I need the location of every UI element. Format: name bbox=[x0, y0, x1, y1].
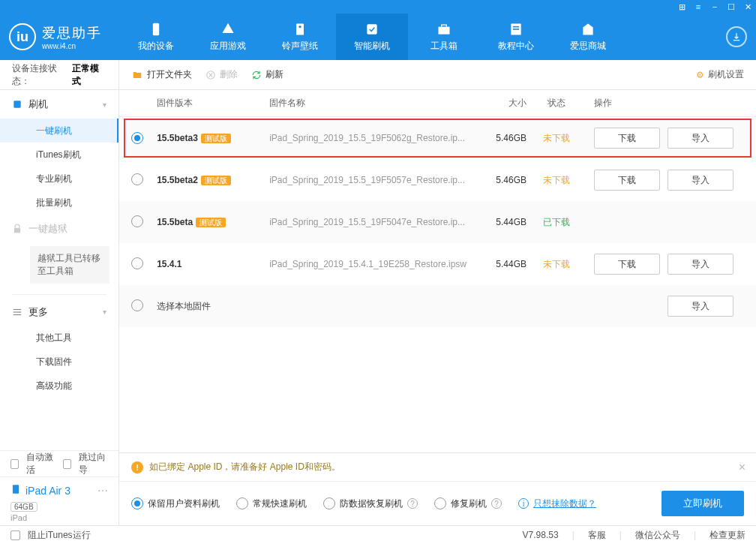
firmware-row[interactable]: 15.5beta2测试版iPad_Spring_2019_15.5_19F505… bbox=[119, 159, 756, 201]
open-folder-button[interactable]: 打开文件夹 bbox=[131, 68, 192, 81]
local-firmware-label: 选择本地固件 bbox=[157, 300, 269, 313]
nav-label: 教程中心 bbox=[498, 40, 534, 53]
sidebar-item[interactable]: 专业刷机 bbox=[0, 167, 118, 191]
close-button[interactable]: ✕ bbox=[742, 2, 753, 12]
skip-guide-checkbox[interactable] bbox=[63, 459, 71, 469]
radio-keep-data[interactable] bbox=[131, 497, 143, 509]
help-icon[interactable]: ? bbox=[407, 498, 418, 509]
import-button[interactable]: 导入 bbox=[668, 170, 734, 191]
top-nav: iu 爱思助手 www.i4.cn 我的设备应用游戏铃声壁纸智能刷机工具箱教程中… bbox=[0, 14, 756, 60]
sidebar-section-more[interactable]: 更多 ▾ bbox=[0, 298, 118, 326]
sidebar-item[interactable]: 一键刷机 bbox=[0, 119, 118, 143]
jailbreak-head-label: 一键越狱 bbox=[28, 222, 68, 236]
import-button[interactable]: 导入 bbox=[668, 296, 734, 317]
app-logo[interactable]: iu 爱思助手 www.i4.cn bbox=[9, 23, 102, 50]
device-icon bbox=[10, 483, 21, 497]
firmware-size: 5.46GB bbox=[474, 133, 526, 143]
check-update-link[interactable]: 检查更新 bbox=[710, 529, 746, 542]
download-button[interactable]: 下载 bbox=[594, 254, 660, 275]
flash-now-button[interactable]: 立即刷机 bbox=[662, 491, 744, 516]
firmware-row[interactable]: 15.5beta测试版iPad_Spring_2019_15.5_19F5047… bbox=[119, 201, 756, 243]
nav-ringtones[interactable]: 铃声壁纸 bbox=[264, 14, 336, 60]
nav-tutorials[interactable]: 教程中心 bbox=[480, 14, 552, 60]
sidebar-item[interactable]: 下载固件 bbox=[0, 350, 118, 374]
menu-toggle-icon[interactable]: ≡ bbox=[693, 2, 704, 11]
firmware-radio[interactable] bbox=[131, 132, 143, 144]
flash-head-label: 刷机 bbox=[28, 98, 48, 111]
firmware-size: 5.44GB bbox=[474, 259, 526, 269]
help-icon[interactable]: ? bbox=[491, 498, 502, 509]
logo-badge-icon: iu bbox=[9, 23, 36, 50]
import-button[interactable]: 导入 bbox=[668, 254, 734, 275]
support-link[interactable]: 客服 bbox=[588, 529, 606, 542]
warning-text: 如已绑定 Apple ID，请准备好 Apple ID和密码。 bbox=[149, 461, 340, 473]
firmware-filename: iPad_Spring_2019_15.5_19F5047e_Restore.i… bbox=[269, 217, 474, 227]
erase-data-link[interactable]: 只想抹除数据？ bbox=[533, 497, 596, 510]
download-manager-icon[interactable] bbox=[726, 26, 747, 47]
firmware-row[interactable]: 15.5beta3测试版iPad_Spring_2019_15.5_19F506… bbox=[119, 117, 756, 159]
menu-icon bbox=[12, 307, 22, 317]
grid-icon[interactable]: ⊞ bbox=[676, 2, 687, 12]
firmware-radio[interactable] bbox=[131, 173, 143, 185]
firmware-radio[interactable] bbox=[131, 257, 143, 269]
firmware-status: 未下载 bbox=[526, 174, 586, 187]
warning-bar: ! 如已绑定 Apple ID，请准备好 Apple ID和密码。 × bbox=[119, 452, 756, 481]
svg-rect-3 bbox=[367, 24, 376, 34]
nav-flash[interactable]: 智能刷机 bbox=[336, 14, 408, 60]
firmware-radio[interactable] bbox=[131, 299, 143, 311]
wechat-link[interactable]: 微信公众号 bbox=[635, 529, 680, 542]
warning-close-icon[interactable]: × bbox=[739, 461, 746, 474]
minimize-button[interactable]: − bbox=[710, 2, 720, 11]
delete-label: 删除 bbox=[220, 68, 238, 81]
firmware-radio[interactable] bbox=[131, 215, 143, 227]
main-pane: 打开文件夹 删除 刷新 ⚙ 刷机设置 固件版本 固件名称 大小 状态 操作 15… bbox=[119, 60, 756, 525]
radio-repair[interactable] bbox=[434, 497, 446, 509]
beta-badge: 测试版 bbox=[196, 218, 226, 227]
firmware-status: 未下载 bbox=[526, 132, 586, 145]
download-button[interactable]: 下载 bbox=[594, 170, 660, 191]
firmware-status: 已下载 bbox=[526, 216, 586, 229]
flash-settings-button[interactable]: ⚙ 刷机设置 bbox=[696, 68, 744, 81]
download-button[interactable]: 下载 bbox=[594, 128, 660, 149]
maximize-button[interactable]: ☐ bbox=[726, 2, 736, 12]
option-repair[interactable]: 修复刷机 ? bbox=[434, 497, 502, 510]
sidebar: 设备连接状态： 正常模式 刷机 ▾ 一键刷机iTunes刷机专业刷机批量刷机 一… bbox=[0, 60, 119, 525]
col-size: 大小 bbox=[474, 97, 526, 110]
chevron-down-icon: ▾ bbox=[103, 308, 106, 316]
app-name: 爱思助手 bbox=[42, 24, 102, 42]
auto-activate-checkbox[interactable] bbox=[10, 459, 19, 469]
app-version: V7.98.53 bbox=[523, 530, 559, 540]
sidebar-item[interactable]: 高级功能 bbox=[0, 374, 118, 398]
sidebar-item[interactable]: iTunes刷机 bbox=[0, 143, 118, 167]
svg-rect-7 bbox=[14, 101, 20, 107]
svg-rect-5 bbox=[513, 26, 519, 27]
block-itunes-checkbox[interactable] bbox=[10, 530, 20, 540]
nav-toolbox[interactable]: 工具箱 bbox=[408, 14, 480, 60]
nav-apps[interactable]: 应用游戏 bbox=[192, 14, 264, 60]
flash-settings-label: 刷机设置 bbox=[708, 68, 744, 81]
nav-store[interactable]: 爱思商城 bbox=[552, 14, 624, 60]
delete-icon bbox=[206, 70, 216, 80]
sidebar-item[interactable]: 批量刷机 bbox=[0, 191, 118, 215]
firmware-filename: iPad_Spring_2019_15.4.1_19E258_Restore.i… bbox=[269, 259, 474, 269]
refresh-button[interactable]: 刷新 bbox=[251, 68, 284, 81]
device-name[interactable]: iPad Air 3 bbox=[26, 485, 70, 497]
nav-device[interactable]: 我的设备 bbox=[120, 14, 192, 60]
option-keep-data[interactable]: 保留用户资料刷机 bbox=[131, 497, 220, 510]
local-firmware-row[interactable]: 选择本地固件导入 bbox=[119, 285, 756, 327]
nav-icon bbox=[364, 22, 380, 37]
radio-anti-recovery[interactable] bbox=[323, 497, 335, 509]
info-icon[interactable]: i bbox=[518, 498, 529, 509]
radio-normal[interactable] bbox=[236, 497, 248, 509]
device-more-icon[interactable]: ⋯ bbox=[98, 485, 108, 497]
import-button[interactable]: 导入 bbox=[668, 128, 734, 149]
firmware-filename: iPad_Spring_2019_15.5_19F5057e_Restore.i… bbox=[269, 175, 474, 185]
sidebar-item[interactable]: 其他工具 bbox=[0, 326, 118, 350]
firmware-row[interactable]: 15.4.1iPad_Spring_2019_15.4.1_19E258_Res… bbox=[119, 243, 756, 285]
svg-rect-9 bbox=[14, 311, 22, 312]
svg-rect-6 bbox=[513, 29, 519, 30]
sidebar-section-flash[interactable]: 刷机 ▾ bbox=[0, 90, 118, 119]
option-anti-recovery[interactable]: 防数据恢复刷机 ? bbox=[323, 497, 418, 510]
option-normal[interactable]: 常规快速刷机 bbox=[236, 497, 307, 510]
nav-label: 智能刷机 bbox=[354, 40, 390, 53]
